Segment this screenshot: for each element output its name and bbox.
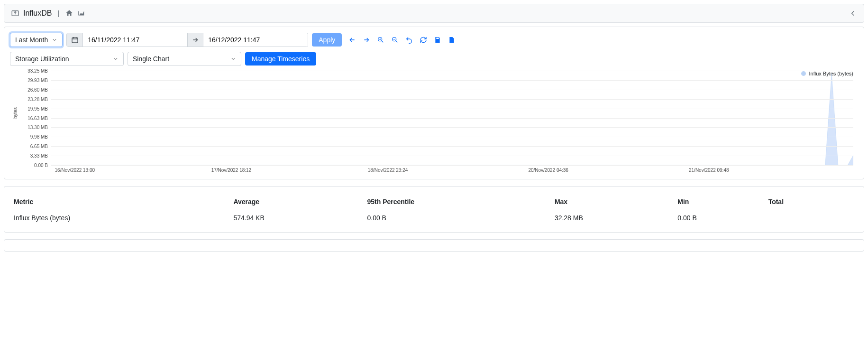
chevron-down-icon — [230, 56, 236, 62]
stats-header: Average — [233, 194, 362, 212]
y-tick-label: 23.28 MB — [22, 96, 48, 102]
stats-cell-p95: 0.00 B — [367, 212, 549, 225]
gridline — [51, 118, 853, 119]
y-tick-label: 3.33 MB — [22, 153, 48, 159]
stats-header: Metric — [14, 194, 228, 212]
chart-plot-area[interactable]: 33.25 MB29.93 MB26.60 MB23.28 MB19.95 MB… — [51, 71, 853, 166]
y-tick-label: 29.93 MB — [22, 77, 48, 83]
stats-cell-min: 0.00 B — [677, 212, 763, 225]
stats-header: Max — [555, 194, 673, 212]
nav-right-icon[interactable] — [363, 36, 370, 44]
area-chart-icon[interactable] — [77, 9, 86, 18]
zoom-in-icon[interactable] — [377, 36, 384, 44]
undo-icon[interactable] — [405, 36, 413, 44]
manage-timeseries-button[interactable]: Manage Timeseries — [245, 52, 316, 66]
y-tick-label: 13.30 MB — [22, 125, 48, 130]
home-icon[interactable] — [65, 9, 73, 18]
x-tick-label: 20/Nov/2022 04:36 — [528, 168, 568, 173]
stats-header: Min — [677, 194, 763, 212]
chevron-down-icon — [52, 37, 57, 43]
stats-cell-avg: 574.94 KB — [233, 212, 362, 225]
gridline — [51, 71, 853, 71]
y-tick-label: 16.63 MB — [22, 115, 48, 121]
apply-button[interactable]: Apply — [312, 33, 342, 47]
topbar: InfluxDB | — [4, 4, 864, 23]
stats-header: 95th Percentile — [367, 194, 549, 212]
x-axis: 16/Nov/2022 13:0017/Nov/2022 18:1218/Nov… — [51, 166, 853, 176]
gridline — [51, 99, 853, 100]
nav-left-icon[interactable] — [348, 36, 356, 44]
metric-select[interactable]: Storage Utilization — [10, 52, 124, 66]
stats-cell-total — [768, 212, 854, 225]
date-range-group — [66, 33, 308, 47]
x-tick-label: 17/Nov/2022 18:12 — [211, 168, 252, 173]
chart-mode-label: Single Chart — [133, 55, 169, 63]
x-tick-label: 18/Nov/2022 23:24 — [368, 168, 408, 173]
empty-panel — [4, 239, 864, 252]
chart-toolbar — [348, 36, 456, 44]
metric-label: Storage Utilization — [15, 55, 69, 63]
gridline — [51, 127, 853, 128]
y-tick-label: 26.60 MB — [22, 87, 48, 92]
date-from-input[interactable] — [83, 33, 187, 47]
gridline — [51, 146, 853, 147]
arrow-right-icon — [187, 33, 203, 47]
x-tick-label: 21/Nov/2022 09:48 — [689, 168, 729, 173]
svg-rect-1 — [72, 37, 78, 43]
refresh-icon[interactable] — [420, 36, 427, 44]
y-tick-label: 19.95 MB — [22, 106, 48, 111]
time-preset-select[interactable]: Last Month — [10, 33, 63, 47]
back-arrow-icon[interactable] — [849, 9, 857, 18]
gridline — [51, 137, 853, 137]
x-tick-label: 16/Nov/2022 13:00 — [55, 168, 95, 173]
gridline — [51, 80, 853, 81]
title-divider: | — [57, 9, 59, 17]
chart: Influx Bytes (bytes) bytes 33.25 MB29.93… — [10, 71, 858, 176]
y-tick-label: 9.98 MB — [22, 134, 48, 140]
controls-panel: Last Month Apply — [4, 27, 864, 179]
date-to-input[interactable] — [203, 33, 308, 47]
y-axis-title: bytes — [13, 107, 18, 119]
zoom-out-icon[interactable] — [391, 36, 399, 44]
image-export-icon[interactable] — [448, 36, 456, 44]
time-preset-label: Last Month — [15, 36, 48, 44]
export-icon — [11, 9, 19, 18]
chevron-down-icon — [113, 56, 119, 62]
calendar-icon[interactable] — [67, 33, 83, 47]
gridline — [51, 156, 853, 156]
stats-panel: Metric Average 95th Percentile Max Min T… — [4, 186, 864, 233]
save-icon[interactable] — [434, 36, 441, 44]
gridline — [51, 109, 853, 109]
gridline — [51, 90, 853, 90]
stats-table: Metric Average 95th Percentile Max Min T… — [14, 194, 854, 225]
y-tick-label: 33.25 MB — [22, 68, 48, 74]
stats-header: Total — [768, 194, 854, 212]
chart-mode-select[interactable]: Single Chart — [128, 52, 241, 66]
stats-cell-metric: Influx Bytes (bytes) — [14, 212, 228, 225]
stats-cell-max: 32.28 MB — [555, 212, 673, 225]
page-title: InfluxDB — [23, 9, 52, 18]
y-tick-label: 0.00 B — [22, 163, 48, 168]
y-tick-label: 6.65 MB — [22, 144, 48, 149]
